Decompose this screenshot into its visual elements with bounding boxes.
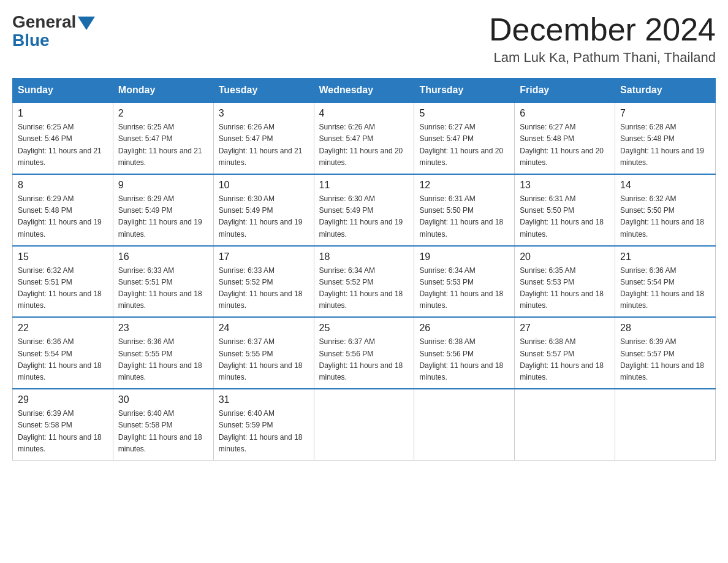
calendar-cell: 19 Sunrise: 6:34 AM Sunset: 5:53 PM Dayl… xyxy=(414,246,515,318)
calendar-cell: 6 Sunrise: 6:27 AM Sunset: 5:48 PM Dayli… xyxy=(515,102,615,174)
day-info: Sunrise: 6:34 AM Sunset: 5:53 PM Dayligh… xyxy=(419,265,509,312)
column-header-sunday: Sunday xyxy=(13,79,113,103)
day-number: 1 xyxy=(18,108,108,119)
calendar-cell: 5 Sunrise: 6:27 AM Sunset: 5:47 PM Dayli… xyxy=(414,102,515,174)
day-number: 25 xyxy=(319,323,409,334)
calendar-cell: 18 Sunrise: 6:34 AM Sunset: 5:52 PM Dayl… xyxy=(314,246,414,318)
day-number: 8 xyxy=(18,180,108,191)
calendar-cell: 10 Sunrise: 6:30 AM Sunset: 5:49 PM Dayl… xyxy=(213,174,314,246)
day-info: Sunrise: 6:31 AM Sunset: 5:50 PM Dayligh… xyxy=(419,193,509,240)
column-header-friday: Friday xyxy=(515,79,615,103)
day-info: Sunrise: 6:25 AM Sunset: 5:46 PM Dayligh… xyxy=(18,121,108,169)
day-number: 21 xyxy=(620,251,710,262)
day-number: 15 xyxy=(18,251,108,262)
logo-arrow-icon xyxy=(78,17,95,30)
calendar-cell xyxy=(615,389,716,460)
calendar-cell: 12 Sunrise: 6:31 AM Sunset: 5:50 PM Dayl… xyxy=(414,174,515,246)
calendar-cell: 25 Sunrise: 6:37 AM Sunset: 5:56 PM Dayl… xyxy=(314,317,414,389)
day-info: Sunrise: 6:38 AM Sunset: 5:57 PM Dayligh… xyxy=(520,336,610,383)
day-number: 17 xyxy=(219,251,309,262)
day-number: 12 xyxy=(419,180,509,191)
day-info: Sunrise: 6:37 AM Sunset: 5:56 PM Dayligh… xyxy=(319,336,409,383)
column-header-saturday: Saturday xyxy=(615,79,716,103)
day-number: 30 xyxy=(118,394,208,405)
calendar-cell: 16 Sunrise: 6:33 AM Sunset: 5:51 PM Dayl… xyxy=(113,246,213,318)
day-info: Sunrise: 6:33 AM Sunset: 5:52 PM Dayligh… xyxy=(219,265,309,312)
day-number: 9 xyxy=(118,180,208,191)
day-info: Sunrise: 6:38 AM Sunset: 5:56 PM Dayligh… xyxy=(419,336,509,383)
location-text: Lam Luk Ka, Pathum Thani, Thailand xyxy=(489,50,716,66)
day-info: Sunrise: 6:33 AM Sunset: 5:51 PM Dayligh… xyxy=(118,265,208,312)
calendar-cell: 21 Sunrise: 6:36 AM Sunset: 5:54 PM Dayl… xyxy=(615,246,716,318)
day-info: Sunrise: 6:29 AM Sunset: 5:48 PM Dayligh… xyxy=(18,193,108,240)
week-row-3: 15 Sunrise: 6:32 AM Sunset: 5:51 PM Dayl… xyxy=(13,246,716,318)
calendar-cell: 23 Sunrise: 6:36 AM Sunset: 5:55 PM Dayl… xyxy=(113,317,213,389)
day-info: Sunrise: 6:31 AM Sunset: 5:50 PM Dayligh… xyxy=(520,193,610,240)
day-info: Sunrise: 6:35 AM Sunset: 5:53 PM Dayligh… xyxy=(520,265,610,312)
day-number: 2 xyxy=(118,108,208,119)
day-info: Sunrise: 6:26 AM Sunset: 5:47 PM Dayligh… xyxy=(219,121,309,169)
day-number: 29 xyxy=(18,394,108,405)
calendar-table: SundayMondayTuesdayWednesdayThursdayFrid… xyxy=(12,78,716,461)
calendar-cell: 20 Sunrise: 6:35 AM Sunset: 5:53 PM Dayl… xyxy=(515,246,615,318)
day-number: 3 xyxy=(219,108,309,119)
day-info: Sunrise: 6:27 AM Sunset: 5:47 PM Dayligh… xyxy=(419,121,509,169)
page-header: General Blue December 2024 Lam Luk Ka, P… xyxy=(12,12,716,66)
column-header-tuesday: Tuesday xyxy=(213,79,314,103)
day-info: Sunrise: 6:25 AM Sunset: 5:47 PM Dayligh… xyxy=(118,121,208,169)
day-info: Sunrise: 6:29 AM Sunset: 5:49 PM Dayligh… xyxy=(118,193,208,240)
column-header-monday: Monday xyxy=(113,79,213,103)
day-info: Sunrise: 6:34 AM Sunset: 5:52 PM Dayligh… xyxy=(319,265,409,312)
day-number: 14 xyxy=(620,180,710,191)
week-row-1: 1 Sunrise: 6:25 AM Sunset: 5:46 PM Dayli… xyxy=(13,102,716,174)
calendar-cell: 9 Sunrise: 6:29 AM Sunset: 5:49 PM Dayli… xyxy=(113,174,213,246)
week-row-4: 22 Sunrise: 6:36 AM Sunset: 5:54 PM Dayl… xyxy=(13,317,716,389)
calendar-cell: 7 Sunrise: 6:28 AM Sunset: 5:48 PM Dayli… xyxy=(615,102,716,174)
day-info: Sunrise: 6:30 AM Sunset: 5:49 PM Dayligh… xyxy=(319,193,409,240)
day-number: 23 xyxy=(118,323,208,334)
day-info: Sunrise: 6:39 AM Sunset: 5:58 PM Dayligh… xyxy=(18,408,108,455)
day-info: Sunrise: 6:39 AM Sunset: 5:57 PM Dayligh… xyxy=(620,336,710,383)
calendar-cell: 8 Sunrise: 6:29 AM Sunset: 5:48 PM Dayli… xyxy=(13,174,113,246)
calendar-cell xyxy=(414,389,515,460)
day-number: 22 xyxy=(18,323,108,334)
calendar-cell xyxy=(515,389,615,460)
day-number: 31 xyxy=(219,394,309,405)
calendar-cell: 14 Sunrise: 6:32 AM Sunset: 5:50 PM Dayl… xyxy=(615,174,716,246)
calendar-cell: 15 Sunrise: 6:32 AM Sunset: 5:51 PM Dayl… xyxy=(13,246,113,318)
month-title: December 2024 xyxy=(489,12,716,47)
column-header-thursday: Thursday xyxy=(414,79,515,103)
logo-general-text: General xyxy=(12,12,76,32)
calendar-cell: 24 Sunrise: 6:37 AM Sunset: 5:55 PM Dayl… xyxy=(213,317,314,389)
calendar-cell: 29 Sunrise: 6:39 AM Sunset: 5:58 PM Dayl… xyxy=(13,389,113,460)
day-info: Sunrise: 6:36 AM Sunset: 5:55 PM Dayligh… xyxy=(118,336,208,383)
day-number: 19 xyxy=(419,251,509,262)
calendar-cell: 4 Sunrise: 6:26 AM Sunset: 5:47 PM Dayli… xyxy=(314,102,414,174)
title-block: December 2024 Lam Luk Ka, Pathum Thani, … xyxy=(489,12,716,66)
day-number: 6 xyxy=(520,108,610,119)
day-number: 20 xyxy=(520,251,610,262)
day-number: 24 xyxy=(219,323,309,334)
logo-blue-text: Blue xyxy=(12,31,50,50)
calendar-cell: 22 Sunrise: 6:36 AM Sunset: 5:54 PM Dayl… xyxy=(13,317,113,389)
day-info: Sunrise: 6:26 AM Sunset: 5:47 PM Dayligh… xyxy=(319,121,409,169)
day-info: Sunrise: 6:40 AM Sunset: 5:58 PM Dayligh… xyxy=(118,408,208,455)
day-info: Sunrise: 6:36 AM Sunset: 5:54 PM Dayligh… xyxy=(18,336,108,383)
week-row-2: 8 Sunrise: 6:29 AM Sunset: 5:48 PM Dayli… xyxy=(13,174,716,246)
day-info: Sunrise: 6:40 AM Sunset: 5:59 PM Dayligh… xyxy=(219,408,309,455)
calendar-cell: 2 Sunrise: 6:25 AM Sunset: 5:47 PM Dayli… xyxy=(113,102,213,174)
day-info: Sunrise: 6:32 AM Sunset: 5:51 PM Dayligh… xyxy=(18,265,108,312)
calendar-cell: 28 Sunrise: 6:39 AM Sunset: 5:57 PM Dayl… xyxy=(615,317,716,389)
day-number: 18 xyxy=(319,251,409,262)
day-number: 10 xyxy=(219,180,309,191)
calendar-cell: 27 Sunrise: 6:38 AM Sunset: 5:57 PM Dayl… xyxy=(515,317,615,389)
day-number: 26 xyxy=(419,323,509,334)
calendar-cell: 26 Sunrise: 6:38 AM Sunset: 5:56 PM Dayl… xyxy=(414,317,515,389)
day-number: 7 xyxy=(620,108,710,119)
week-row-5: 29 Sunrise: 6:39 AM Sunset: 5:58 PM Dayl… xyxy=(13,389,716,460)
day-number: 27 xyxy=(520,323,610,334)
day-number: 5 xyxy=(419,108,509,119)
calendar-cell: 13 Sunrise: 6:31 AM Sunset: 5:50 PM Dayl… xyxy=(515,174,615,246)
calendar-cell: 30 Sunrise: 6:40 AM Sunset: 5:58 PM Dayl… xyxy=(113,389,213,460)
day-number: 16 xyxy=(118,251,208,262)
